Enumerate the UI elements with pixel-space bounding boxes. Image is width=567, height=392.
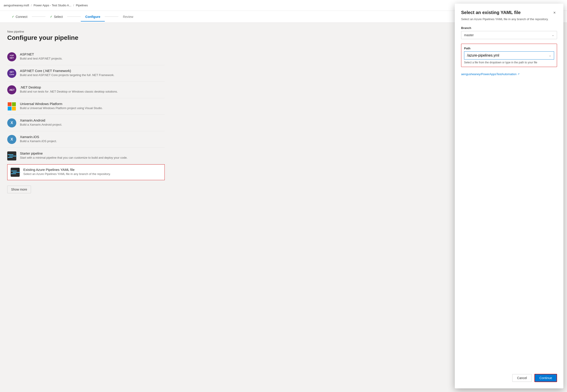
option-uwp-text: Universal Windows Platform Build a Unive…: [20, 102, 165, 110]
uwp-icon: [7, 102, 16, 111]
option-uwp-desc: Build a Universal Windows Platform proje…: [20, 106, 165, 110]
svg-rect-3: [12, 107, 16, 111]
option-existing-yaml-title: Existing Azure Pipelines YAML file: [23, 168, 161, 171]
modal-close-button[interactable]: ×: [552, 10, 557, 16]
step-line-3: [105, 16, 118, 17]
connect-check-icon: ✓: [12, 15, 14, 18]
external-link-icon: ↗: [517, 73, 520, 76]
show-more-button[interactable]: Show more: [7, 186, 31, 193]
yaml-modal: Select an existing YAML file × Select an…: [455, 4, 563, 388]
option-existing-yaml[interactable]: Existing Azure Pipelines YAML file Selec…: [7, 164, 165, 180]
option-net-desktop-text: .NET Desktop Build and run tests for .NE…: [20, 85, 165, 93]
pipeline-options-list: ASPNET ASP.NET Build and test ASP.NET pr…: [7, 49, 165, 180]
aspnet-icon: ASPNET: [7, 52, 16, 61]
configure-label: Configure: [85, 15, 100, 19]
branch-select[interactable]: master ⌄: [461, 31, 557, 39]
path-label: Path: [464, 47, 554, 50]
option-net-desktop[interactable]: .NET .NET Desktop Build and run tests fo…: [7, 82, 165, 98]
branch-form-group: Branch master ⌄: [461, 26, 557, 39]
wizard-step-configure[interactable]: Configure: [81, 15, 105, 19]
wizard-step-select[interactable]: ✓ Select: [45, 15, 67, 19]
configure-title: Configure your pipeline: [7, 34, 165, 42]
starter-icon: [7, 151, 16, 160]
option-existing-yaml-text: Existing Azure Pipelines YAML file Selec…: [23, 168, 161, 176]
net-desktop-icon: .NET: [7, 85, 16, 94]
topbar-sep2: /: [73, 4, 74, 7]
option-aspnet-core[interactable]: NETCore ASP.NET Core (.NET Framework) Bu…: [7, 65, 165, 82]
option-xamarin-ios[interactable]: X Xamarin.iOS Build a Xamarin.iOS projec…: [7, 131, 165, 148]
svg-rect-2: [8, 107, 12, 111]
repo-link[interactable]: aengusheaney/PowerAppsTestAutomation ↗: [461, 72, 557, 76]
review-label: Review: [123, 15, 133, 19]
option-xamarin-android[interactable]: X Xamarin.Android Build a Xamarin.Androi…: [7, 115, 165, 131]
option-aspnet-core-desc: Build and test ASP.NET Core projects tar…: [20, 73, 165, 77]
option-starter-desc: Start with a minimal pipeline that you c…: [20, 156, 165, 159]
option-xamarin-ios-text: Xamarin.iOS Build a Xamarin.iOS project.: [20, 135, 165, 143]
option-xamarin-ios-desc: Build a Xamarin.iOS project.: [20, 140, 165, 143]
xamarin-android-icon: X: [7, 118, 16, 127]
continue-button[interactable]: Continue: [534, 374, 557, 382]
new-pipeline-label: New pipeline: [7, 30, 165, 33]
topbar-org[interactable]: aengusheaney.msft: [4, 4, 29, 7]
option-aspnet-text: ASP.NET Build and test ASP.NET projects.: [20, 52, 165, 60]
option-aspnet-core-title: ASP.NET Core (.NET Framework): [20, 69, 165, 73]
cancel-button[interactable]: Cancel: [512, 374, 532, 382]
xamarin-ios-icon: X: [7, 135, 16, 144]
wizard-step-connect[interactable]: ✓ Connect: [7, 15, 32, 19]
existing-yaml-icon: [11, 168, 20, 177]
select-check-icon: ✓: [50, 15, 53, 18]
path-chevron-icon[interactable]: ⌄: [549, 54, 551, 57]
main-content: New pipeline Configure your pipeline ASP…: [0, 23, 172, 200]
option-aspnet-desc: Build and test ASP.NET projects.: [20, 57, 165, 60]
path-form-group: Path /azure-pipelines.yml ⌄ Select a fil…: [461, 44, 557, 67]
topbar-sep1: /: [31, 4, 32, 7]
modal-header: Select an existing YAML file ×: [461, 10, 557, 16]
repo-link-label: aengusheaney/PowerAppsTestAutomation: [461, 72, 517, 76]
option-xamarin-ios-title: Xamarin.iOS: [20, 135, 165, 139]
path-value[interactable]: /azure-pipelines.yml: [467, 53, 499, 57]
option-uwp[interactable]: Universal Windows Platform Build a Unive…: [7, 98, 165, 115]
wizard-step-review[interactable]: Review: [118, 15, 138, 19]
option-starter-title: Starter pipeline: [20, 151, 165, 155]
option-starter-text: Starter pipeline Start with a minimal pi…: [20, 151, 165, 159]
connect-label: Connect: [16, 15, 27, 19]
path-input-wrapper: /azure-pipelines.yml ⌄: [464, 51, 554, 59]
option-aspnet-title: ASP.NET: [20, 52, 165, 56]
topbar-project-link[interactable]: Power Apps - Test Studio A...: [33, 4, 71, 7]
branch-label: Branch: [461, 26, 557, 30]
option-existing-yaml-desc: Select an Azure Pipelines YAML file in a…: [23, 172, 161, 176]
option-uwp-title: Universal Windows Platform: [20, 102, 165, 106]
modal-title: Select an existing YAML file: [461, 10, 521, 15]
branch-chevron-icon: ⌄: [552, 33, 554, 37]
option-xamarin-android-desc: Build a Xamarin.Android project.: [20, 123, 165, 126]
modal-footer: Cancel Continue: [461, 374, 557, 382]
option-xamarin-android-text: Xamarin.Android Build a Xamarin.Android …: [20, 118, 165, 126]
option-aspnet-core-text: ASP.NET Core (.NET Framework) Build and …: [20, 69, 165, 77]
svg-rect-0: [8, 102, 12, 106]
branch-value: master: [464, 33, 474, 37]
modal-subtitle: Select an Azure Pipelines YAML file in a…: [461, 17, 557, 21]
option-aspnet[interactable]: ASPNET ASP.NET Build and test ASP.NET pr…: [7, 49, 165, 65]
path-hint: Select a file from the dropdown or type …: [464, 61, 554, 64]
step-line-1: [32, 16, 45, 17]
step-line-2: [67, 16, 81, 17]
select-label: Select: [54, 15, 63, 19]
topbar-current-page: Pipelines: [76, 4, 88, 7]
option-net-desktop-desc: Build and run tests for .NET Desktop or …: [20, 90, 165, 93]
option-xamarin-android-title: Xamarin.Android: [20, 118, 165, 122]
aspnet-core-icon: NETCore: [7, 69, 16, 78]
svg-rect-1: [12, 102, 16, 106]
option-net-desktop-title: .NET Desktop: [20, 85, 165, 89]
option-starter[interactable]: Starter pipeline Start with a minimal pi…: [7, 148, 165, 164]
